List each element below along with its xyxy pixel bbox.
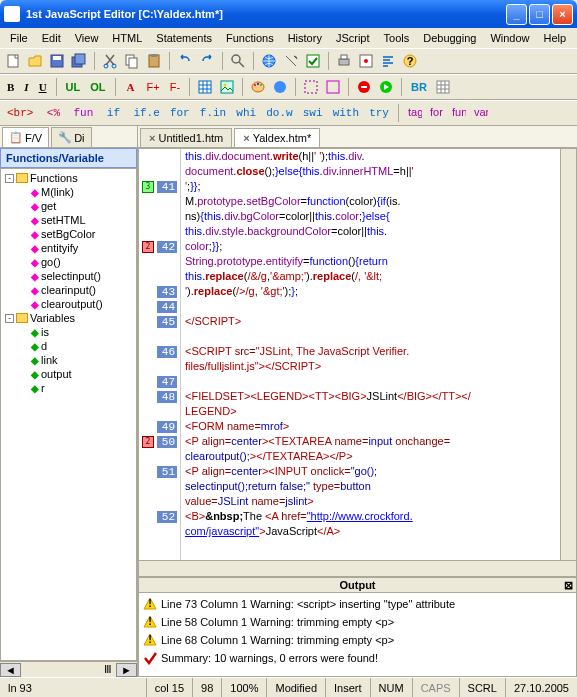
tree-fn-clearinput[interactable]: ◆clearinput() (3, 283, 134, 297)
code-line[interactable]: <B>&nbsp;The <A href="http://www.crockfo… (185, 509, 560, 524)
palette-icon[interactable] (249, 78, 267, 96)
undo-icon[interactable] (176, 52, 194, 70)
tab-close-icon[interactable]: × (149, 132, 155, 144)
stop-icon[interactable] (355, 78, 373, 96)
snippet-try[interactable]: try (366, 107, 392, 119)
redo-icon[interactable] (198, 52, 216, 70)
format-icon[interactable] (379, 52, 397, 70)
menu-history[interactable]: History (282, 30, 328, 46)
tree-variables[interactable]: -Variables (3, 311, 134, 325)
menu-window[interactable]: Window (484, 30, 535, 46)
output-line[interactable]: !Line 73 Column 1 Warning: <script> inse… (143, 595, 572, 613)
tree-var-is[interactable]: ◆is (3, 325, 134, 339)
code-line[interactable]: value=JSLint name=jslint> (185, 494, 560, 509)
image-icon[interactable] (218, 78, 236, 96)
code-line[interactable] (185, 299, 560, 314)
fun-icon[interactable]: fun (449, 104, 467, 122)
code-line[interactable]: <P align=center><INPUT onclick="go(); (185, 464, 560, 479)
snippet-if[interactable]: if (100, 107, 126, 119)
output-line[interactable]: !Line 68 Column 1 Warning: trimming empt… (143, 631, 572, 649)
check-icon[interactable] (304, 52, 322, 70)
code-line[interactable]: <FIELDSET><LEGEND><TT><BIG>JSLint</BIG><… (185, 389, 560, 404)
code-line[interactable]: ns){this.div.bgColor=color||this.color;}… (185, 209, 560, 224)
new-file-icon[interactable] (4, 52, 22, 70)
snippet-with[interactable]: with (330, 107, 362, 119)
editor-tab[interactable]: ×Yaldex.htm* (234, 128, 320, 147)
menu-jscript[interactable]: JScript (330, 30, 376, 46)
var-icon[interactable]: var (471, 104, 489, 122)
line-marker[interactable]: 2 (139, 241, 157, 253)
tree-var-d[interactable]: ◆d (3, 339, 134, 353)
code-line[interactable]: </SCRIPT> (185, 314, 560, 329)
scrollbar-horizontal[interactable] (139, 560, 576, 576)
table-icon[interactable] (196, 78, 214, 96)
code-line[interactable] (185, 329, 560, 344)
snippet-whi[interactable]: whi (233, 107, 259, 119)
bold-button[interactable]: B (4, 81, 17, 93)
print-icon[interactable] (335, 52, 353, 70)
grid-icon[interactable] (434, 78, 452, 96)
close-button[interactable]: × (552, 4, 573, 25)
menu-functions[interactable]: Functions (220, 30, 280, 46)
help-icon[interactable]: ? (401, 52, 419, 70)
menu-tools[interactable]: Tools (378, 30, 416, 46)
tree-var-r[interactable]: ◆r (3, 381, 134, 395)
run-icon[interactable] (377, 78, 395, 96)
copy-icon[interactable] (123, 52, 141, 70)
tag-icon[interactable]: tag (405, 104, 423, 122)
line-marker[interactable]: 3 (139, 181, 157, 193)
output-line[interactable]: !Line 58 Column 1 Warning: trimming empt… (143, 613, 572, 631)
tree-fn-go[interactable]: ◆go() (3, 255, 134, 269)
menu-edit[interactable]: Edit (36, 30, 67, 46)
maximize-button[interactable]: □ (529, 4, 550, 25)
code-editor[interactable]: this.div.document.write(h||' ');this.div… (181, 149, 560, 560)
code-line[interactable]: clearoutput();></TEXTAREA></P> (185, 449, 560, 464)
snippet-dow[interactable]: do.w (263, 107, 295, 119)
tree-fn-setBgColor[interactable]: ◆setBgColor (3, 227, 134, 241)
tab-functions-vars[interactable]: 📋F/V (2, 127, 49, 147)
scrollbar-vertical[interactable] (560, 149, 576, 560)
scrollbar-horizontal[interactable]: ◄ Ⅲ ► (0, 661, 137, 677)
ul-button[interactable]: UL (63, 81, 84, 93)
snippet-br[interactable]: <br> (4, 107, 36, 119)
save-icon[interactable] (48, 52, 66, 70)
minimize-button[interactable]: _ (506, 4, 527, 25)
code-line[interactable]: color;}}; (185, 239, 560, 254)
underline-button[interactable]: U (36, 81, 50, 93)
code-line[interactable] (185, 374, 560, 389)
output-line[interactable]: Summary: 10 warnings, 0 errors were foun… (143, 649, 572, 667)
code-line[interactable]: <P align=center><TEXTAREA name=input onc… (185, 434, 560, 449)
tree-var-output[interactable]: ◆output (3, 367, 134, 381)
code-line[interactable]: ';}}; (185, 179, 560, 194)
code-line[interactable]: com/javascript">JavaScript</A> (185, 524, 560, 539)
cell2-icon[interactable] (324, 78, 342, 96)
code-line[interactable]: this.div.document.write(h||' ');this.div… (185, 149, 560, 164)
save-all-icon[interactable] (70, 52, 88, 70)
ol-button[interactable]: OL (87, 81, 108, 93)
tree-var-link[interactable]: ◆link (3, 353, 134, 367)
open-icon[interactable] (26, 52, 44, 70)
code-line[interactable]: ').replace(/>/g, '&gt;');}; (185, 284, 560, 299)
menu-help[interactable]: Help (538, 30, 573, 46)
menu-view[interactable]: View (69, 30, 105, 46)
paste-icon[interactable] (145, 52, 163, 70)
code-line[interactable]: this.div.style.backgroundColor=color||th… (185, 224, 560, 239)
settings-icon[interactable] (357, 52, 375, 70)
line-marker[interactable]: 2 (139, 436, 157, 448)
italic-button[interactable]: I (21, 81, 31, 93)
menu-file[interactable]: File (4, 30, 34, 46)
font-increase-button[interactable]: F+ (144, 81, 163, 93)
code-line[interactable]: files/fulljslint.js"></SCRIPT> (185, 359, 560, 374)
code-line[interactable]: this.replace(/&/g,'&amp;').replace(/, '&… (185, 269, 560, 284)
code-line[interactable]: document.close();}else{this.div.innerHTM… (185, 164, 560, 179)
snippet-ife[interactable]: if.e (130, 107, 162, 119)
tree-fn-get[interactable]: ◆get (3, 199, 134, 213)
tree-fn-selectinput[interactable]: ◆selectinput() (3, 269, 134, 283)
code-line[interactable]: <FORM name=mrof> (185, 419, 560, 434)
tree-fn-setHTML[interactable]: ◆setHTML (3, 213, 134, 227)
br-button[interactable]: BR (408, 81, 430, 93)
menu-statements[interactable]: Statements (150, 30, 218, 46)
tree-fn-Mlink[interactable]: ◆M(link) (3, 185, 134, 199)
find-icon[interactable] (229, 52, 247, 70)
output-body[interactable]: !Line 73 Column 1 Warning: <script> inse… (139, 593, 576, 676)
